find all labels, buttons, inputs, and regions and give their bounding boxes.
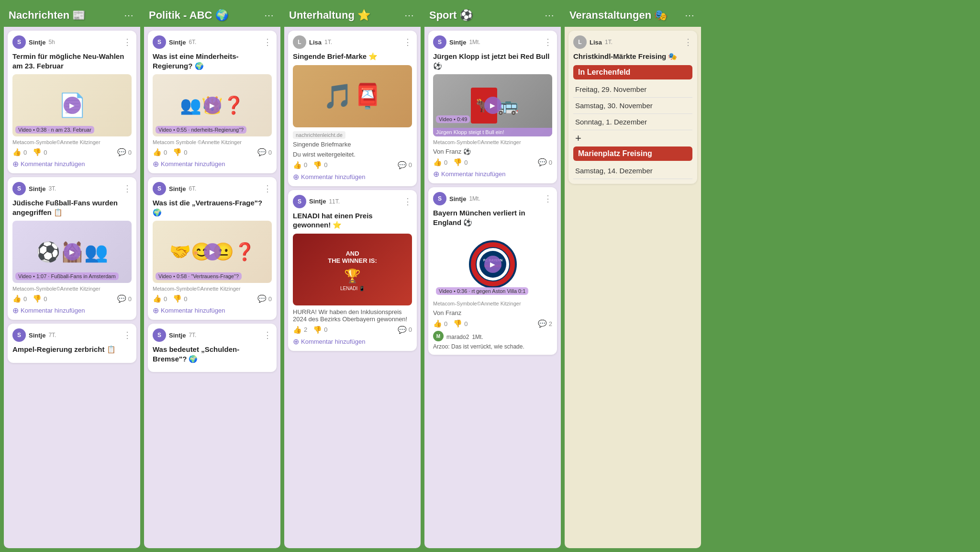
author-time: 1T. xyxy=(324,39,332,45)
author-name: Sintje xyxy=(169,332,186,339)
dislike-icon[interactable]: 👎 xyxy=(313,326,322,334)
column-nachrichten-body: S Sintje 5h ⋮ Termin für mögliche Neu-Wa… xyxy=(4,27,140,548)
card-link[interactable]: nachrichtenleicht.de xyxy=(293,131,345,139)
card-actions: 👍 0 👎 0 💬 0 xyxy=(153,148,272,157)
card-menu[interactable]: ⋮ xyxy=(263,330,272,340)
dislike-icon[interactable]: 👎 xyxy=(173,148,182,157)
card-menu[interactable]: ⋮ xyxy=(123,183,132,194)
dislike-count: 0 xyxy=(44,295,47,303)
add-comment-button[interactable]: ⊕ Kommentar hinzufügen xyxy=(293,337,412,346)
like-icon[interactable]: 👍 xyxy=(433,319,442,328)
like-group: 👍 0 xyxy=(153,294,167,303)
column-veranstaltungen-menu[interactable]: ⋯ xyxy=(683,8,696,23)
card-menu[interactable]: ⋮ xyxy=(684,37,692,47)
avatar: L xyxy=(293,35,306,49)
card-menu[interactable]: ⋮ xyxy=(263,37,272,47)
add-comment-button[interactable]: ⊕ Kommentar hinzufügen xyxy=(153,159,272,169)
card-unterhaltung-1: L Lisa 1T. ⋮ Singende Brief-Marke ⭐ 🎵📮 n… xyxy=(288,31,417,186)
comment-icon: 💬 xyxy=(257,294,267,303)
play-button[interactable]: ▶ xyxy=(484,256,501,273)
like-icon[interactable]: 👍 xyxy=(293,161,302,169)
card-nachrichten-1: S Sintje 5h ⋮ Termin für mögliche Neu-Wa… xyxy=(8,31,136,173)
card-header: S Sintje 6T. ⋮ xyxy=(153,35,272,49)
card-image: 🤝😊😐❓ ▶ Video • 0:58 · "Vertrauens-Frage"… xyxy=(153,221,272,283)
add-comment-button[interactable]: ⊕ Kommentar hinzufügen xyxy=(293,172,412,181)
card-politik-1: S Sintje 6T. ⋮ Was ist eine Minderheits-… xyxy=(148,31,277,173)
column-unterhaltung-title: Unterhaltung ⭐ xyxy=(289,9,370,22)
comment-user-time: 1Mt. xyxy=(472,334,483,340)
dislike-group: 👎 0 xyxy=(313,326,327,334)
card-actions: 👍 0 👎 0 💬 0 xyxy=(433,158,552,167)
dislike-icon[interactable]: 👎 xyxy=(173,294,182,303)
like-icon[interactable]: 👍 xyxy=(293,326,302,334)
play-button[interactable]: ▶ xyxy=(204,243,221,260)
add-comment-button[interactable]: ⊕ Kommentar hinzufügen xyxy=(433,169,552,179)
card-title: Termin für mögliche Neu-Wahlen am 23. Fe… xyxy=(12,52,132,70)
play-button[interactable]: ▶ xyxy=(64,97,81,114)
column-unterhaltung-menu[interactable]: ⋯ xyxy=(402,8,416,23)
column-nachrichten-menu[interactable]: ⋯ xyxy=(122,8,135,23)
like-count: 0 xyxy=(23,149,27,156)
plus-icon: ⊕ xyxy=(293,172,299,181)
comment-group: 💬 0 xyxy=(257,148,272,157)
card-politik-3: S Sintje 7T. ⋮ Was bedeutet „Schulden-Br… xyxy=(148,324,277,372)
plus-icon: ⊕ xyxy=(12,306,19,315)
card-header: S Sintje 11T. ⋮ xyxy=(293,195,412,208)
add-comment-button[interactable]: ⊕ Kommentar hinzufügen xyxy=(12,306,132,315)
comment-icon: 💬 xyxy=(538,158,547,167)
card-menu[interactable]: ⋮ xyxy=(544,37,552,47)
play-button[interactable]: ▶ xyxy=(204,97,221,114)
plus-icon: ⊕ xyxy=(153,159,159,169)
card-image: 📄 ▶ Video • 0:38 · n am 23. Februar xyxy=(12,74,132,136)
dislike-icon[interactable]: 👎 xyxy=(453,319,462,328)
card-menu[interactable]: ⋮ xyxy=(123,330,132,340)
card-menu[interactable]: ⋮ xyxy=(123,37,132,47)
author-time: 3T. xyxy=(48,185,56,192)
add-comment-button[interactable]: ⊕ Kommentar hinzufügen xyxy=(153,306,272,315)
veranst-date-sat: Samstag, 30. November xyxy=(573,98,692,114)
play-button[interactable]: ▶ xyxy=(484,97,501,114)
card-image: 🎵📮 xyxy=(293,65,412,127)
card-menu[interactable]: ⋮ xyxy=(403,196,412,207)
card-author: S Sintje 1Mt. xyxy=(433,192,480,205)
card-author: S Sintje 3T. xyxy=(12,182,56,195)
card-attribution: Metacom-Symbole©Annette Kitzinger xyxy=(433,301,552,306)
play-button[interactable]: ▶ xyxy=(64,243,81,260)
dislike-count: 0 xyxy=(184,295,187,303)
dislike-icon[interactable]: 👎 xyxy=(33,294,42,303)
add-comment-button[interactable]: ⊕ Kommentar hinzufügen xyxy=(12,159,132,169)
like-count: 0 xyxy=(164,149,167,156)
avatar: L xyxy=(573,35,587,49)
dislike-icon[interactable]: 👎 xyxy=(453,158,462,167)
column-politik-body: S Sintje 6T. ⋮ Was ist eine Minderheits-… xyxy=(144,27,280,548)
dislike-group: 👎 0 xyxy=(453,158,468,167)
like-icon[interactable]: 👍 xyxy=(153,148,162,157)
card-menu[interactable]: ⋮ xyxy=(403,37,412,47)
card-header: L Lisa 1T. ⋮ xyxy=(293,35,412,49)
column-politik-menu[interactable]: ⋯ xyxy=(262,8,276,23)
like-icon[interactable]: 👍 xyxy=(12,148,22,157)
card-title: Was ist die „Vertrauens-Frage"? 🌍 xyxy=(153,198,272,217)
plus-icon: ⊕ xyxy=(433,169,439,179)
card-header: S Sintje 7T. ⋮ xyxy=(12,328,132,342)
dislike-icon[interactable]: 👎 xyxy=(313,161,322,169)
like-icon[interactable]: 👍 xyxy=(433,158,442,167)
column-sport-menu[interactable]: ⋯ xyxy=(543,8,556,23)
avatar: S xyxy=(153,35,166,49)
card-menu[interactable]: ⋮ xyxy=(263,183,272,194)
dislike-icon[interactable]: 👎 xyxy=(33,148,42,157)
card-author: S Sintje 7T. xyxy=(153,328,196,342)
author-name: Lisa xyxy=(309,39,322,46)
column-politik-title: Politik - ABC 🌍 xyxy=(149,9,228,22)
like-icon[interactable]: 👍 xyxy=(153,294,162,303)
like-icon[interactable]: 👍 xyxy=(12,294,22,303)
avatar-marado: M xyxy=(433,331,444,341)
author-time: 11T. xyxy=(329,198,340,205)
card-menu[interactable]: ⋮ xyxy=(544,193,552,204)
card-author: S Sintje 11T. xyxy=(293,195,340,208)
comment-count: 0 xyxy=(268,149,272,156)
like-group: 👍 0 xyxy=(433,319,447,328)
veranst-add-button[interactable]: + xyxy=(573,130,692,146)
veranst-section-marienplatz: Marienplatz Freising xyxy=(573,146,692,161)
comment-group: 💬 0 xyxy=(538,158,552,167)
